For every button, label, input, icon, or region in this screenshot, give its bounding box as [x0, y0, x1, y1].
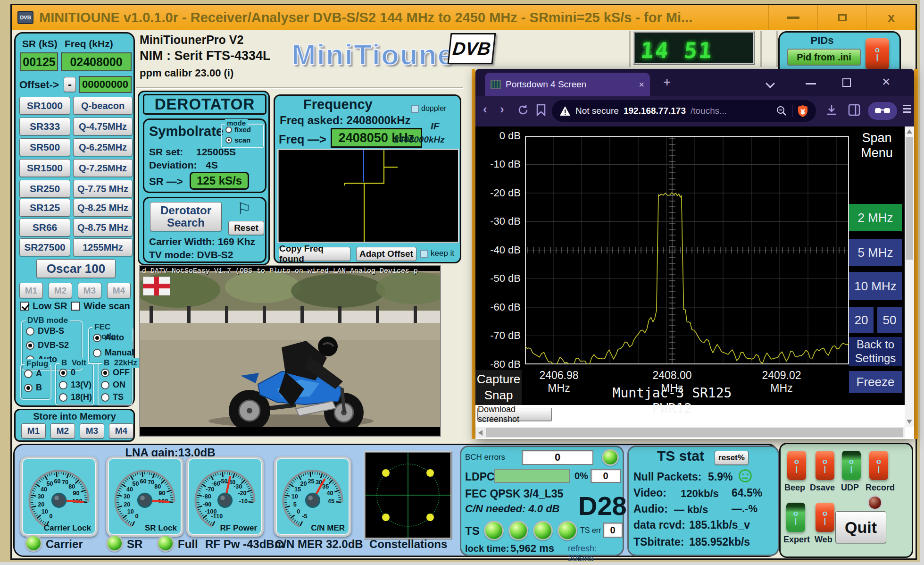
- b22k-ts-option[interactable]: TS: [101, 392, 124, 402]
- scroll-up-icon[interactable]: [907, 129, 912, 134]
- offset-sign-button[interactable]: -: [64, 77, 76, 92]
- dvb-s-option[interactable]: DVB-S: [26, 326, 64, 336]
- web-switch[interactable]: o|: [816, 503, 834, 532]
- q-875-button[interactable]: Q-8.75 MHz: [73, 219, 133, 236]
- reset-percent-button[interactable]: reset%: [715, 451, 749, 465]
- fec-auto-option[interactable]: Auto: [93, 333, 124, 343]
- bookmark-icon[interactable]: [536, 104, 546, 116]
- bvolt-0-radio[interactable]: [59, 369, 67, 377]
- b22k-off-option[interactable]: OFF: [101, 368, 130, 378]
- reload-icon[interactable]: [517, 104, 529, 116]
- reset-button[interactable]: Reset: [228, 221, 264, 235]
- low-sr-option[interactable]: Low SR: [20, 301, 67, 312]
- vertical-scroll-thumb[interactable]: [906, 137, 913, 260]
- q-775-button[interactable]: Q-7.75 MHz: [73, 180, 133, 198]
- fplug-b-radio[interactable]: [24, 384, 33, 392]
- browser-minimize-icon[interactable]: [806, 83, 816, 84]
- fplug-a-option[interactable]: A: [24, 369, 42, 379]
- q-725-button[interactable]: Q-7.25MHz: [73, 159, 133, 177]
- dvb-s2-radio[interactable]: [26, 341, 34, 350]
- forward-icon[interactable]: ›: [500, 102, 504, 117]
- tab-search-chevron-icon[interactable]: [766, 79, 775, 88]
- wide-scan-option[interactable]: Wide scan: [71, 301, 130, 312]
- m4-store-button[interactable]: M4: [109, 423, 133, 439]
- address-bar[interactable]: Not secure 192.168.77.173 /touchs...: [552, 100, 816, 122]
- sidebar-icon[interactable]: [848, 104, 860, 116]
- m3-recall-button[interactable]: M3: [78, 283, 101, 298]
- adapt-offset-button[interactable]: Adapt Offset: [356, 247, 416, 261]
- horizontal-scroll-thumb[interactable]: [486, 428, 903, 437]
- q-1255-button[interactable]: 1255MHz: [73, 238, 133, 256]
- keep-it-checkbox[interactable]: [420, 250, 428, 258]
- beep-switch[interactable]: o|: [787, 451, 806, 480]
- b22k-on-radio[interactable]: [101, 381, 109, 389]
- m4-recall-button[interactable]: M4: [107, 283, 131, 298]
- sr1500-button[interactable]: SR1500: [19, 159, 70, 177]
- mode-fixed-option[interactable]: fixed: [225, 126, 251, 134]
- sr27500-button[interactable]: SR27500: [19, 238, 70, 256]
- fec-auto-radio[interactable]: [93, 334, 101, 342]
- b22k-ts-radio[interactable]: [101, 393, 109, 402]
- bvolt-18-option[interactable]: 18(H): [59, 392, 92, 402]
- span-10mhz-button[interactable]: 10 MHz: [849, 272, 902, 300]
- span-5mhz-button[interactable]: 5 MHz: [849, 239, 902, 266]
- pid-from-ini-button[interactable]: Pid from .ini: [787, 49, 861, 66]
- tab-close-icon[interactable]: ×: [639, 79, 644, 90]
- wide-scan-checkbox[interactable]: [71, 302, 80, 311]
- bvolt-13-radio[interactable]: [59, 381, 67, 389]
- dvb-s-radio[interactable]: [26, 327, 34, 336]
- udp-switch[interactable]: o|: [842, 451, 861, 480]
- browser-tab[interactable]: Portsdown 4 Screen ×: [485, 73, 650, 96]
- q-475-button[interactable]: Q-4.75MHz: [73, 118, 133, 135]
- zoom-out-icon[interactable]: [776, 105, 787, 117]
- m2-store-button[interactable]: M2: [50, 423, 75, 439]
- scroll-down-icon[interactable]: [907, 420, 912, 424]
- m1-recall-button[interactable]: M1: [19, 283, 43, 298]
- bvolt-0-option[interactable]: 0: [59, 368, 75, 378]
- derotator-search-button[interactable]: Derotator Search: [150, 202, 222, 231]
- back-to-settings-button[interactable]: Back to Settings: [849, 337, 902, 366]
- freq-input[interactable]: 02408000: [61, 52, 132, 71]
- mode-scan-option[interactable]: scan: [225, 136, 250, 144]
- freeze-button[interactable]: Freeze: [849, 371, 902, 393]
- q-825-button[interactable]: Q-8.25 MHz: [73, 199, 133, 217]
- span-20-button[interactable]: 20: [849, 307, 874, 333]
- download-icon[interactable]: [825, 104, 838, 117]
- fplug-b-option[interactable]: B: [24, 383, 42, 393]
- new-tab-button[interactable]: +: [663, 75, 671, 90]
- sr1000-button[interactable]: SR1000: [19, 97, 70, 115]
- doppler-option[interactable]: doppler: [411, 104, 446, 113]
- mode-fixed-radio[interactable]: [225, 126, 232, 133]
- scroll-left-icon[interactable]: [478, 430, 483, 436]
- doppler-checkbox[interactable]: [411, 105, 419, 113]
- b22k-off-radio[interactable]: [101, 369, 109, 377]
- span-50-button[interactable]: 50: [877, 307, 902, 333]
- q-beacon-button[interactable]: Q-beacon: [73, 97, 133, 115]
- dvb-s2-option[interactable]: DVB-S2: [26, 340, 69, 350]
- sr125-button[interactable]: SR125: [19, 199, 70, 217]
- sr-input[interactable]: 00125: [20, 52, 58, 71]
- capture-snap-button[interactable]: Capture Snap: [475, 370, 522, 405]
- download-screenshot-button[interactable]: Download screenshot: [477, 408, 552, 421]
- expert-switch[interactable]: o|: [786, 503, 805, 532]
- m2-recall-button[interactable]: M2: [49, 283, 72, 298]
- copy-freq-button[interactable]: Copy Freq found: [279, 247, 350, 261]
- sr333-button[interactable]: SR333: [19, 118, 70, 135]
- record-switch[interactable]: o|: [869, 451, 888, 480]
- m1-store-button[interactable]: M1: [21, 423, 46, 439]
- bvolt-13-option[interactable]: 13(V): [59, 380, 92, 390]
- mode-scan-radio[interactable]: [225, 137, 232, 143]
- brave-shield-icon[interactable]: [797, 105, 808, 118]
- fplug-a-radio[interactable]: [24, 370, 33, 378]
- low-sr-checkbox[interactable]: [20, 302, 29, 311]
- span-2mhz-button[interactable]: 2 MHz: [849, 204, 902, 231]
- vertical-scrollbar[interactable]: [905, 126, 914, 427]
- oscar100-button[interactable]: Oscar 100: [36, 259, 116, 278]
- quit-button[interactable]: Quit: [835, 511, 886, 543]
- bvolt-18-radio[interactable]: [59, 393, 67, 402]
- horizontal-scrollbar[interactable]: [475, 427, 905, 438]
- pids-switch[interactable]: o|: [866, 38, 889, 69]
- back-icon[interactable]: ‹: [483, 102, 487, 117]
- sr250-button[interactable]: SR250: [19, 180, 70, 198]
- m3-store-button[interactable]: M3: [80, 423, 104, 439]
